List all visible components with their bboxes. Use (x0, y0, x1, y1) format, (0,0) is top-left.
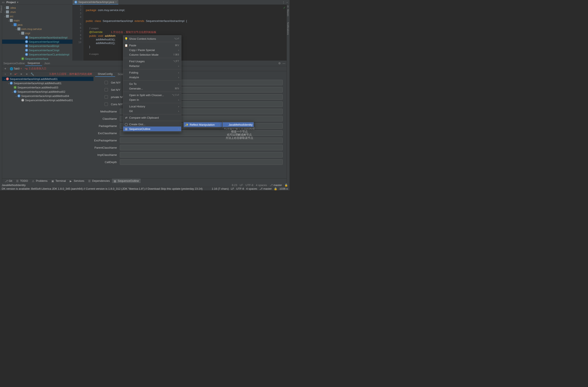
project-title[interactable]: Project (6, 1, 16, 4)
checkbox[interactable] (105, 102, 108, 106)
encoding[interactable]: UTF-8 (246, 183, 253, 187)
tree-item[interactable]: ›.idea (2, 5, 72, 10)
seq-tree-item[interactable]: ⌄CSequenceInterfaceAImpl.addMethod02 (2, 90, 93, 94)
menu-item[interactable]: Generate...⌘N (123, 86, 181, 91)
menu-item[interactable]: Open In› (123, 97, 181, 102)
submenu-item[interactable]: ✨Reflect Manipulation› (184, 122, 222, 127)
menu-item[interactable]: Column Selection Mode⇧⌘8 (123, 52, 181, 57)
add-tab-button[interactable]: + (3, 67, 7, 70)
toolwin-sequenceoutline[interactable]: ▦SequenceOutline (112, 179, 141, 183)
seq-tree-item[interactable]: mSequenceInterfaceAImpl.addMethod01 (2, 98, 93, 102)
wrench-icon[interactable]: 🔧 (30, 72, 34, 76)
code-area[interactable]: package com.muy.service.impl; public cla… (86, 5, 282, 61)
text-input[interactable] (120, 145, 283, 150)
menu-item[interactable]: Copy / Paste Special› (123, 48, 181, 52)
menu-item[interactable]: ◯Create Gist... (123, 122, 181, 127)
menu-item[interactable]: Go To› (123, 81, 181, 86)
checkbox[interactable] (105, 95, 108, 99)
more-icon[interactable]: ⋮ (282, 1, 285, 4)
indent[interactable]: 4 spaces (256, 183, 267, 187)
menu-item[interactable]: Find Usages⌥F7 (123, 59, 181, 64)
tab-json[interactable]: Json (42, 61, 52, 66)
toolwin-services[interactable]: ▶Services (68, 179, 86, 183)
collapse-icon[interactable]: ≡ (25, 72, 29, 76)
tree-item[interactable]: ISequenceInterface (2, 57, 72, 61)
toolwin-problems[interactable]: ⚠Problems (30, 179, 49, 183)
expand-icon[interactable] (11, 86, 14, 89)
menu-item[interactable]: Open in Split with Chooser...⌥⇧⏎ (123, 93, 181, 97)
expand-icon[interactable]: ⌄ (7, 19, 10, 22)
menu-item[interactable]: 📋Paste⌘V (123, 43, 181, 48)
seq-tree-item[interactable]: ⌄CSequenceInterfaceAImpl.addMethod01 (2, 77, 93, 81)
menu-item[interactable]: Git› (123, 109, 181, 113)
expand-icon[interactable] (22, 53, 25, 56)
expand-icon[interactable] (22, 49, 25, 51)
tree-item[interactable]: ⌄impl (2, 31, 72, 35)
expand-icon[interactable]: ⌄ (19, 32, 21, 34)
tree-item[interactable]: ⌄java (2, 23, 72, 27)
gear-icon[interactable]: ⚙ (278, 62, 281, 65)
expand-icon[interactable]: › (3, 11, 6, 13)
editor-tab-active[interactable]: C SequenceInterfaceAImpl.java × (73, 0, 118, 4)
toolwin-git[interactable]: ⎇Git (3, 179, 14, 183)
menu-item[interactable]: Analyze› (123, 75, 181, 80)
tree-item[interactable]: CSequenceInterfaceCImpl (2, 48, 72, 52)
expand-icon[interactable]: ≡ (19, 72, 23, 76)
stripe-maven[interactable]: Maven (287, 8, 289, 17)
expand-icon[interactable]: ⌄ (15, 95, 18, 97)
menu-item[interactable]: Refactor› (123, 64, 181, 68)
menu-item[interactable]: 💡Show Context Actions⌥⏎ (123, 36, 181, 41)
tab-showconfig[interactable]: ShowConfig (95, 71, 115, 77)
expand-icon[interactable]: ⌄ (7, 82, 10, 84)
close-icon[interactable]: × (115, 0, 117, 4)
text-input[interactable] (120, 137, 283, 143)
menu-item[interactable]: ▦SequenceOutline› (123, 127, 181, 131)
toolwin-todo[interactable]: ☰TODO (14, 179, 30, 183)
line-sep[interactable]: LF (240, 183, 243, 187)
expand-icon[interactable]: ⌄ (11, 90, 14, 93)
seq-tree-item[interactable]: ⌄CSequenceInterfaceAImpl.addMethod04 (2, 94, 93, 98)
expand-icon[interactable] (19, 99, 21, 101)
text-input[interactable] (120, 152, 283, 158)
expand-icon[interactable] (22, 36, 25, 39)
tree-item[interactable]: CSequenceInterfaceBImpl (2, 44, 72, 48)
expand-icon[interactable] (22, 40, 25, 43)
tree-item[interactable]: CSequenceInterfaceAImpl (2, 40, 72, 44)
expand-icon[interactable]: ⌄ (3, 15, 6, 18)
close-icon[interactable]: × (21, 67, 22, 70)
tree-item[interactable]: ⌄com.muy.service (2, 27, 72, 31)
expand-icon[interactable]: ⌄ (15, 28, 18, 30)
expand-icon[interactable]: ⌄ (3, 78, 6, 80)
text-input[interactable] (120, 159, 283, 165)
submenu-item[interactable]: JavaMethodIdentity (223, 122, 254, 127)
tree-item[interactable]: ⌄src (2, 14, 72, 18)
close-button[interactable]: × (3, 72, 7, 76)
menu-item[interactable]: Folding› (123, 70, 181, 75)
expand-icon[interactable] (19, 57, 21, 60)
menu-item[interactable]: ⇄Compare with Clipboard (123, 115, 181, 120)
toolwin-dependencies[interactable]: ☰Dependencies (86, 179, 111, 183)
lock-icon[interactable]: 🔒 (284, 183, 288, 187)
add-button[interactable]: + (9, 72, 13, 76)
stripe-notifications[interactable]: Notifications (287, 21, 289, 36)
expand-icon[interactable]: › (3, 6, 6, 9)
checkbox[interactable] (105, 88, 108, 91)
tree-item[interactable]: ›.mvn (2, 10, 72, 14)
minimize-icon[interactable]: — (283, 62, 285, 65)
seq-tree-item[interactable]: ISequenceInterface.addMethod03 (2, 85, 93, 90)
seq-tree-item[interactable]: ⌄CSequenceInterfaceAImpl.addMethod01 (2, 81, 93, 85)
tree-item[interactable]: CSequenceInterfaceAbstractImpl (2, 35, 72, 40)
tab0[interactable]: 🌐 Tab0 × (8, 67, 23, 70)
toolwin-terminal[interactable]: ▣Terminal (50, 179, 67, 183)
tree-item[interactable]: ⌄main (2, 18, 72, 23)
dropdown-icon[interactable]: ▾ (17, 1, 19, 4)
checkbox[interactable] (105, 81, 108, 84)
expand-icon[interactable]: ⌄ (11, 23, 14, 26)
branch[interactable]: ⎇ master (270, 183, 282, 187)
stripe-m[interactable]: m (287, 5, 289, 8)
menu-item[interactable]: Local History› (123, 104, 181, 109)
expand-icon[interactable] (22, 45, 25, 47)
jdk-message[interactable]: DK version is available: BellSoft Liberi… (2, 187, 203, 190)
tab-sequence[interactable]: Sequence (25, 61, 42, 66)
cursor-pos2[interactable]: 1:16 (7 chars) (212, 187, 229, 190)
